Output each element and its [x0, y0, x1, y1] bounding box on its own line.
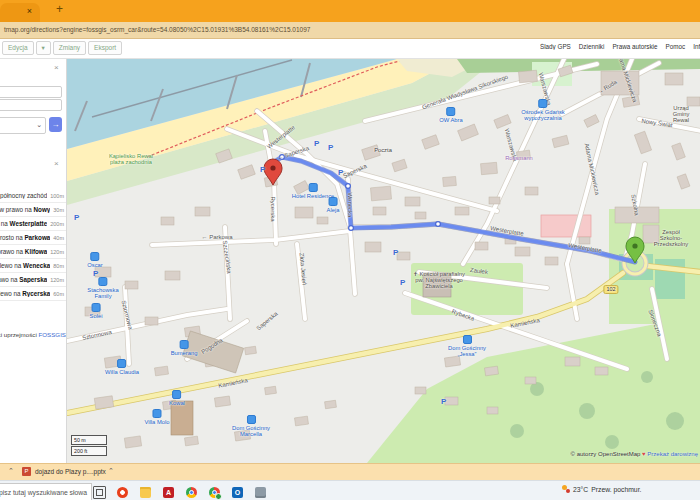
lodging-icon [91, 303, 100, 312]
parking-icon: P [328, 143, 333, 152]
map-canvas[interactable]: WesterplatteWesterplatteWesterplatte← Sa… [67, 59, 700, 463]
poi-label-lodging: Dom Gościnny Marcella [232, 415, 270, 437]
chevron-up-icon[interactable]: ⌃ [8, 467, 14, 475]
direction-step[interactable]: Skręć w lewo na Wenecka80m [0, 259, 66, 273]
close-icon[interactable]: × [54, 63, 59, 72]
poi-label-lodging: Oscar [87, 252, 102, 268]
region-link-line: Gryfice [0, 342, 66, 349]
file-explorer-icon[interactable] [134, 481, 157, 500]
direction-steps-list: Kieruj się na północny zachód100mSkręć w… [0, 189, 66, 301]
download-shelf: ⌃ P dojazd do Plazy p....pptx ⌃ [0, 463, 700, 480]
osm-header-buttons: Edycja▾ZmianyEksport [2, 41, 122, 55]
windows-taskbar: Wpisz tutaj wyszukiwane słowa AO 23°C Pr… [0, 480, 700, 500]
osm-button-[interactable]: ▾ [36, 41, 51, 55]
route-from-input[interactable] [0, 86, 62, 98]
parking-icon: P [393, 248, 398, 257]
direction-step[interactable]: Kieruj się na północny zachód100m [0, 189, 66, 203]
document-icon [255, 487, 266, 498]
parking-icon: P [400, 278, 405, 287]
office-icon[interactable] [111, 481, 134, 500]
osm-link[interactable]: Dzienniki [579, 43, 605, 50]
tab-close-icon[interactable]: × [27, 6, 32, 16]
go-button[interactable]: → [49, 117, 62, 132]
direction-step[interactable]: Skręć w lewo na Westerplatte200m [0, 217, 66, 231]
step-instruction: Kieruj się na północny zachód [0, 192, 47, 199]
lodging-icon [180, 340, 189, 349]
chrome-icon[interactable] [180, 481, 203, 500]
chrome-active-icon[interactable] [203, 481, 226, 500]
direction-step[interactable]: Kontynuuj prosto na Parkowa40m [0, 231, 66, 245]
street-label: Wenecka [347, 193, 353, 218]
poi-label-lodging: Solei [90, 303, 103, 319]
lodging-icon [98, 277, 107, 286]
osm-link[interactable]: Pomoc [666, 43, 686, 50]
step-distance: 100m [47, 193, 66, 199]
parking-icon: P [74, 213, 79, 222]
step-instruction: Skręć w prawo na Nowy [0, 206, 50, 213]
direction-step[interactable]: Skręć w prawo na Saperska120m [0, 273, 66, 287]
poi-label-school: Zespół Szkolno- Przedszkolny [654, 229, 688, 248]
parking-icon: P [314, 139, 319, 148]
scale-imperial: 200 ft [71, 446, 107, 456]
street-label: ← Parkowa [201, 234, 232, 240]
step-distance: 30m [50, 207, 66, 213]
taskbar-icons: AO [88, 481, 272, 500]
chrome-icon [186, 487, 197, 498]
osm-link[interactable]: Prawa autorskie [612, 43, 657, 50]
search-placeholder: Wpisz tutaj wyszukiwane słowa [0, 489, 87, 496]
poi-label-lodging: OW Abra [439, 107, 463, 123]
acrobat-icon[interactable]: A [157, 481, 180, 500]
donate-link[interactable]: Przekaż darowiznę [646, 451, 698, 457]
parking-icon: P [93, 269, 98, 278]
osm-button-eksport[interactable]: Eksport [88, 41, 122, 55]
chevron-down-icon: ⌄ [36, 121, 42, 129]
fossgis-link[interactable]: FOSSGIS [38, 331, 66, 338]
engine-select[interactable]: ⌄ [0, 117, 46, 134]
route-to-input[interactable] [0, 99, 62, 111]
task-view-icon[interactable] [88, 481, 111, 500]
step-distance: 120m [47, 277, 66, 283]
taskbar-search-input[interactable]: Wpisz tutaj wyszukiwane słowa [0, 483, 92, 500]
lodging-icon [91, 252, 100, 261]
lodging-icon [539, 99, 548, 108]
map-scale: 50 m 200 ft [71, 435, 107, 457]
step-distance: 60m [50, 291, 66, 297]
address-bar[interactable]: tmap.org/directions?engine=fossgis_osrm_… [0, 22, 700, 39]
file-menu-chevron-icon[interactable]: ⌃ [108, 467, 114, 475]
osm-button-edycja[interactable]: Edycja [2, 41, 34, 55]
osm-header-links: Ślady GPSDziennikiPrawa autorskiePomocIn… [540, 43, 700, 50]
new-tab-button[interactable]: + [56, 2, 63, 16]
lodging-icon [246, 415, 255, 424]
browser-tab[interactable]: × [0, 3, 40, 22]
lodging-icon [172, 390, 181, 399]
direction-step[interactable]: Skręć w prawo na Nowy30m [0, 203, 66, 217]
osm-link[interactable]: Informacje [693, 43, 700, 50]
downloaded-file[interactable]: dojazd do Plazy p....pptx [35, 468, 106, 475]
acrobat-icon: A [163, 487, 174, 498]
step-distance: 200m [47, 221, 66, 227]
step-instruction: Skręć w prawo na Klifowa [0, 248, 47, 255]
outlook-icon[interactable]: O [226, 481, 249, 500]
poi-label-post: Poczta [374, 147, 392, 153]
step-instruction: Skręć w lewo na Wenecka [0, 262, 50, 269]
document-icon[interactable] [249, 481, 272, 500]
scale-metric: 50 m [71, 435, 107, 445]
osm-header: Edycja▾ZmianyEksport Ślady GPSDziennikiP… [0, 39, 700, 59]
url-text: tmap.org/directions?engine=fossgis_osrm_… [4, 26, 310, 33]
outlook-icon: O [232, 487, 243, 498]
lodging-icon [153, 409, 162, 418]
weather-widget[interactable]: 23°C Przew. pochmur. [562, 485, 641, 493]
close-directions-icon[interactable]: × [54, 159, 59, 168]
step-distance: 40m [50, 235, 66, 241]
lodging-icon [462, 335, 471, 344]
osm-button-zmiany[interactable]: Zmiany [53, 41, 86, 55]
poi-label-lodging: Villa Molo [144, 409, 169, 425]
osm-link[interactable]: Ślady GPS [540, 43, 571, 50]
browser-tab-strip: × + [0, 0, 700, 22]
poi-label-lodging: Ośrodek Gdańsk wypożyczalnia [521, 99, 565, 121]
step-instruction: Kontynuuj prosto na Parkowa [0, 234, 50, 241]
direction-step[interactable]: Skręć w lewo na Rycerska60m [0, 287, 66, 301]
direction-step[interactable]: Skręć w prawo na Klifowa120m [0, 245, 66, 259]
office-icon [117, 487, 128, 498]
step-instruction: Skręć w lewo na Westerplatte [0, 220, 47, 227]
